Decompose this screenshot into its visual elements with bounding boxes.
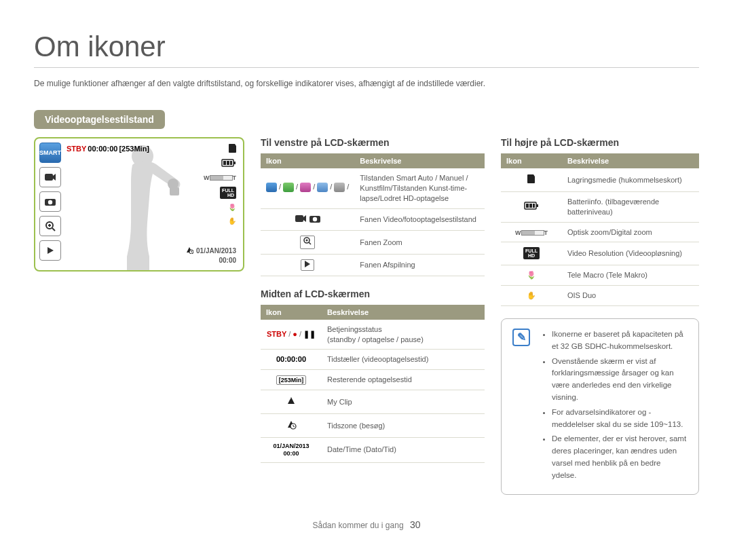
ois-icon: ✋	[228, 217, 236, 226]
note-box: ✎ Ikonerne er baseret på kapaciteten på …	[501, 318, 699, 495]
stby-cell: STBY/●/❚❚	[261, 320, 322, 350]
table-cell: Resterende optagelsestid	[322, 370, 485, 390]
datetime-cell: 01/JAN/201300:00	[261, 438, 322, 463]
table-cell: Tele Macro (Tele Makro)	[562, 265, 699, 286]
myclip-cell	[261, 390, 322, 414]
tele-cell: 🌷	[501, 265, 562, 286]
right-table-heading: Til højre på LCD-skærmen	[501, 137, 699, 148]
zoom-tab-cell	[261, 231, 354, 254]
table-cell: Date/Time (Dato/Tid)	[322, 438, 485, 463]
table-cell: Tidstæller (videooptagelsestid)	[322, 350, 485, 370]
section-heading: Videooptagelsestilstand	[34, 110, 165, 129]
card-cell	[501, 168, 562, 191]
remain-time: [253Min]	[119, 145, 149, 153]
left-table: Ikon Beskrivelse / / / / / Tilstanden Sm…	[261, 153, 485, 276]
svg-marker-20	[303, 215, 306, 222]
svg-rect-19	[295, 215, 303, 222]
th-icon: Ikon	[501, 153, 562, 168]
th-icon: Ikon	[261, 305, 322, 320]
note-item: For advarselsindikatorer og -meddelelser…	[552, 407, 688, 431]
page-footer: Sådan kommer du i gang 30	[34, 519, 699, 530]
note-item: Ikonerne er baseret på kapaciteten på et…	[552, 329, 688, 353]
lcd-clock: 00:00	[185, 256, 236, 265]
svg-point-28	[289, 398, 291, 400]
note-icon: ✎	[512, 329, 530, 346]
rec-time: 00:00:00	[88, 145, 117, 153]
svg-marker-27	[305, 261, 310, 267]
table-cell: Lagringsmedie (hukommelseskort)	[562, 168, 699, 191]
photo-tab-icon	[39, 191, 61, 212]
table-cell: OIS Duo	[562, 286, 699, 306]
svg-rect-1	[170, 187, 179, 195]
th-desc: Beskrivelse	[322, 305, 485, 320]
svg-line-24	[309, 242, 311, 244]
th-desc: Beskrivelse	[354, 153, 485, 168]
batt-cell	[501, 191, 562, 222]
time-cell: 00:00:00	[261, 350, 322, 370]
zoombar-cell: WT	[501, 222, 562, 242]
svg-marker-10	[48, 247, 54, 254]
battery-icon	[221, 159, 236, 170]
tele-macro-icon: 🌷	[228, 203, 236, 212]
fullhd-cell: FULLHD	[501, 242, 562, 265]
lcd-date: 01/JAN/2013	[196, 246, 236, 255]
svg-rect-2	[45, 174, 53, 181]
mode-icons-row: / / / / /	[266, 182, 349, 192]
table-cell: Fanen Zoom	[354, 231, 485, 254]
note-item: Ovenstående skærm er vist af forklarings…	[552, 356, 688, 404]
table-cell: Betjeningsstatus (standby / optagelse / …	[322, 320, 485, 350]
table-cell: Fanen Video/fotooptagelsestilstand	[354, 208, 485, 231]
table-cell: My Clip	[322, 390, 485, 414]
svg-marker-3	[53, 174, 56, 181]
table-cell: Optisk zoom/Digital zoom	[562, 222, 699, 242]
th-desc: Beskrivelse	[562, 153, 699, 168]
svg-rect-33	[526, 204, 529, 208]
smart-mode-icon: SMART	[39, 143, 61, 163]
table-cell: Video Resolution (Videoopløsning)	[562, 242, 699, 265]
right-table: Ikon Beskrivelse Lagringsmedie (hukommel…	[501, 153, 699, 306]
card-icon	[228, 143, 238, 155]
svg-rect-36	[537, 204, 539, 207]
remain-cell: [253Min]	[261, 370, 322, 390]
mid-table-heading: Midten af LCD-skærmen	[261, 288, 485, 299]
zoom-tab-icon	[39, 216, 61, 236]
fullhd-icon: FULLHD	[220, 187, 236, 199]
svg-rect-12	[223, 161, 226, 165]
svg-point-22	[312, 217, 316, 221]
play-tab-cell	[261, 254, 354, 276]
svg-line-7	[52, 228, 55, 231]
mid-table: Ikon Beskrivelse STBY/●/❚❚ Betjeningssta…	[261, 305, 485, 463]
ois-cell: ✋	[501, 286, 562, 306]
note-item: De elementer, der er vist herover, samt …	[552, 433, 688, 481]
svg-rect-35	[533, 204, 535, 208]
zoom-bar: WT	[204, 174, 236, 183]
svg-rect-14	[230, 161, 232, 165]
video-tab-icon	[39, 167, 61, 187]
svg-point-5	[48, 200, 52, 204]
svg-line-18	[191, 252, 192, 253]
table-cell: Tidszone (besøg)	[322, 414, 485, 438]
lcd-preview: SMART STBY 00:00:00 [253Min]	[34, 137, 244, 272]
play-tab-icon	[39, 240, 61, 261]
page-title: Om ikoner	[34, 31, 699, 68]
table-cell: Batteriinfo. (tilbageværende batterinive…	[562, 191, 699, 222]
video-photo-tab-cell	[261, 208, 354, 231]
table-cell: Tilstanden Smart Auto / Manuel / Kunstfi…	[354, 168, 485, 208]
timezone-icon	[185, 246, 193, 256]
page-number: 30	[410, 519, 421, 530]
table-cell: Fanen Afspilning	[354, 254, 485, 276]
th-icon: Ikon	[261, 153, 354, 168]
tz-cell	[261, 414, 322, 438]
stby-status: STBY	[67, 145, 86, 153]
left-table-heading: Til venstre på LCD-skærmen	[261, 137, 485, 148]
svg-rect-34	[529, 204, 532, 208]
svg-rect-15	[234, 162, 236, 164]
svg-rect-13	[227, 161, 229, 165]
intro-text: De mulige funktioner afhænger af den val…	[34, 77, 699, 90]
